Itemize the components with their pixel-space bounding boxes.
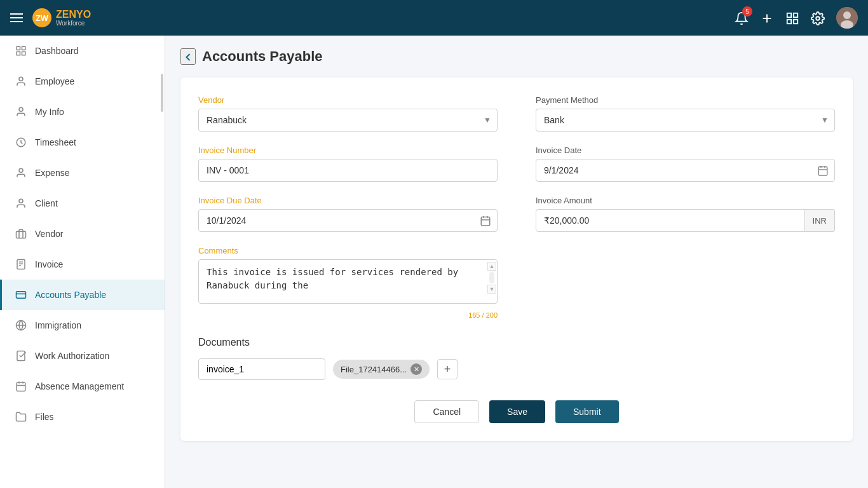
notification-badge: 5 (742, 6, 752, 17)
svg-rect-7 (794, 20, 797, 24)
vendor-label: Vendor (198, 95, 498, 105)
char-count: 165 / 200 (198, 311, 498, 319)
accounts-payable-icon (15, 288, 27, 301)
comments-textarea[interactable]: This invoice is issued for services rend… (198, 259, 498, 304)
invoice-date-input[interactable] (536, 159, 835, 182)
svg-point-20 (19, 199, 23, 203)
document-name-input[interactable] (198, 358, 325, 380)
sidebar-item-client[interactable]: Client (0, 188, 165, 219)
documents-section: Documents File_172414466... ✕ + (198, 337, 835, 380)
invoice-icon (15, 258, 27, 271)
back-button[interactable] (180, 48, 196, 65)
submit-button[interactable]: Submit (555, 400, 619, 423)
svg-text:ZW: ZW (36, 13, 49, 23)
app-logo: ZW ZENYO Workforce (32, 8, 91, 28)
sidebar-label-timesheet: Timesheet (35, 137, 76, 147)
svg-point-8 (816, 17, 820, 20)
sidebar-item-dashboard[interactable]: Dashboard (0, 36, 165, 66)
sidebar-item-accounts-payable[interactable]: Accounts Payable (0, 280, 165, 310)
vendor-field: Vendor Ranabuck Vendor B Vendor C ▼ (198, 95, 498, 132)
sidebar-item-files[interactable]: Files (0, 402, 165, 432)
sidebar-label-work-authorization: Work Authorization (35, 351, 109, 361)
logo-icon: ZW (32, 8, 52, 28)
invoice-number-field: Invoice Number (198, 146, 498, 182)
files-icon (15, 410, 27, 423)
invoice-due-date-input[interactable] (198, 209, 498, 232)
documents-row: File_172414466... ✕ + (198, 358, 835, 380)
svg-rect-21 (17, 231, 26, 238)
notification-bell[interactable]: 5 (735, 10, 749, 25)
svg-rect-4 (787, 13, 791, 17)
comments-field: Comments This invoice is issued for serv… (198, 246, 498, 319)
sidebar-label-absence-management: Absence Management (35, 381, 124, 391)
invoice-amount-wrapper: INR (536, 209, 835, 232)
sidebar-label-accounts-payable: Accounts Payable (35, 290, 106, 300)
add-button[interactable] (760, 10, 774, 25)
sidebar-item-employee[interactable]: Employee (0, 66, 165, 97)
textarea-scroll-up[interactable]: ▲ (487, 262, 496, 271)
client-icon (15, 197, 27, 210)
sidebar-item-vendor[interactable]: Vendor (0, 219, 165, 249)
sidebar-label-employee: Employee (35, 76, 74, 86)
sidebar-item-invoice[interactable]: Invoice (0, 249, 165, 280)
svg-rect-12 (17, 46, 20, 50)
add-document-button[interactable]: + (437, 359, 458, 379)
payment-method-select[interactable]: Bank Cash Credit Card (536, 109, 835, 132)
vendor-select-wrapper: Ranabuck Vendor B Vendor C ▼ (198, 109, 498, 132)
sidebar-label-files: Files (35, 412, 54, 422)
invoice-amount-label: Invoice Amount (536, 196, 835, 205)
invoice-due-date-label: Invoice Due Date (198, 196, 498, 205)
vendor-icon (15, 227, 27, 240)
payment-method-select-wrapper: Bank Cash Credit Card ▼ (536, 109, 835, 132)
sidebar-item-immigration[interactable]: Immigration (0, 310, 165, 341)
textarea-scroll-down[interactable]: ▼ (487, 285, 496, 294)
vendor-select[interactable]: Ranabuck Vendor B Vendor C (198, 109, 498, 132)
file-chip-label: File_172414466... (341, 365, 407, 374)
dashboard-icon (15, 44, 27, 57)
timesheet-icon (15, 136, 27, 149)
textarea-scrollbar: ▲ ▼ (487, 262, 496, 294)
sidebar-item-work-authorization[interactable]: Work Authorization (0, 341, 165, 371)
textarea-scroll-track (489, 272, 494, 283)
invoice-date-wrapper (536, 159, 835, 182)
invoice-due-date-field: Invoice Due Date (198, 196, 498, 232)
comments-label: Comments (198, 246, 498, 255)
currency-suffix: INR (805, 209, 835, 232)
svg-rect-15 (22, 52, 25, 55)
avatar[interactable] (836, 7, 858, 29)
employee-icon (15, 75, 27, 88)
absence-icon (15, 380, 27, 393)
sidebar-item-absence-management[interactable]: Absence Management (0, 371, 165, 402)
grid-icon[interactable] (785, 10, 799, 25)
file-chip-close-button[interactable]: ✕ (410, 363, 422, 375)
page-header: Accounts Payable (180, 48, 853, 65)
expense-icon (15, 166, 27, 179)
svg-rect-6 (787, 20, 791, 24)
svg-point-10 (843, 11, 851, 19)
invoice-date-label: Invoice Date (536, 146, 835, 155)
sidebar-label-myinfo: My Info (35, 107, 64, 117)
invoice-due-date-wrapper (198, 209, 498, 232)
sidebar-item-myinfo[interactable]: My Info (0, 97, 165, 127)
comments-textarea-wrapper: This invoice is issued for services rend… (198, 259, 498, 306)
sidebar-item-expense[interactable]: Expense (0, 158, 165, 188)
logo-name: ZENYO (56, 9, 91, 20)
cancel-button[interactable]: Cancel (414, 400, 479, 423)
work-auth-icon (15, 349, 27, 362)
settings-icon[interactable] (811, 10, 825, 25)
sidebar-item-timesheet[interactable]: Timesheet (0, 127, 165, 158)
sidebar-label-expense: Expense (35, 168, 69, 178)
svg-rect-26 (17, 292, 26, 299)
sidebar-label-vendor: Vendor (35, 229, 63, 239)
invoice-number-input[interactable] (198, 159, 498, 182)
svg-rect-14 (17, 52, 20, 55)
invoice-amount-input[interactable] (536, 209, 805, 232)
svg-point-16 (19, 77, 23, 81)
hamburger-menu[interactable] (10, 13, 23, 22)
logo-subtitle: Workforce (56, 20, 91, 27)
save-button[interactable]: Save (489, 400, 545, 423)
page-title: Accounts Payable (202, 48, 323, 65)
action-row: Cancel Save Submit (198, 400, 835, 423)
scrollbar-thumb (161, 74, 163, 112)
svg-rect-13 (22, 46, 25, 50)
